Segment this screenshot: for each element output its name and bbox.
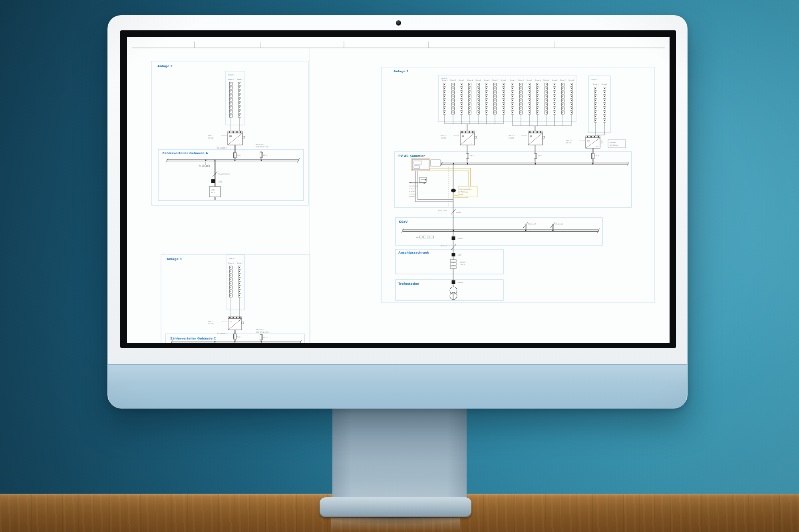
- terminal-pin: [533, 131, 534, 133]
- fern-legend-line: or orange: [409, 193, 417, 195]
- terminal-pin: [240, 131, 241, 133]
- pv-module-dot: [231, 107, 231, 108]
- pv-module-dot: [512, 96, 513, 97]
- pv-module-dot: [478, 92, 479, 93]
- ac-mark: ~: [596, 145, 598, 147]
- pv-module-dot: [461, 88, 462, 89]
- micro-label: NH 00: [460, 261, 465, 263]
- string-header: String 7: [492, 79, 498, 81]
- nh-legend-box: [427, 236, 430, 238]
- string-header: String 7: [560, 79, 566, 81]
- pv-module-dot: [495, 108, 495, 109]
- pv-module-dot: [521, 84, 521, 85]
- pv-module-dot: [604, 88, 605, 89]
- pv-module-dot: [537, 104, 538, 105]
- pv-module-dot: [512, 88, 513, 89]
- pv-module-dot: [546, 104, 547, 105]
- pv-module-dot: [239, 295, 240, 296]
- pv-module-dot: [554, 100, 555, 101]
- pv-module-dot: [521, 112, 521, 113]
- inverter-port: [475, 136, 477, 138]
- pv-module-dot: [239, 111, 240, 112]
- switch-symbol: [213, 171, 217, 177]
- pv-module-dot: [562, 100, 563, 101]
- pv-module-dot: [604, 96, 605, 97]
- micro-label: Abgang 2: [555, 223, 563, 225]
- micro-label: Kabel: [456, 211, 461, 213]
- pv-module-dot: [478, 96, 479, 97]
- pv-module-dot: [503, 108, 504, 109]
- inverter-label: 25 kW: [509, 137, 514, 139]
- pv-module-dot: [461, 92, 462, 93]
- pv-module-dot: [478, 84, 479, 85]
- screen-bezel: Anlage 2 Anlage 3 Anlage 1 Zählerverteil…: [120, 30, 676, 348]
- pv-module-dot: [239, 107, 240, 108]
- pv-module-dot: [512, 112, 513, 113]
- pv-module-dot: [495, 88, 495, 89]
- pv-module-dot: [486, 88, 487, 89]
- pv-module-dot: [595, 116, 596, 117]
- transformer-symbol: [450, 287, 457, 294]
- pv-module-dot: [444, 100, 445, 101]
- string-header: String 4: [535, 79, 541, 81]
- panel-c-title: Zählerverteiler Gebäude C: [170, 337, 216, 340]
- pv-module-dot: [239, 91, 240, 92]
- pv-module-dot: [571, 100, 572, 101]
- string-header: String 2: [237, 262, 242, 264]
- pv-module-dot: [537, 108, 538, 109]
- terminal-pin: [233, 131, 234, 133]
- pv-module-dot: [231, 283, 231, 284]
- pv-module-dot: [461, 100, 462, 101]
- string-header: String 4: [467, 79, 473, 81]
- meter-symbol: [211, 179, 215, 183]
- pv-module-dot: [231, 111, 231, 112]
- terminal-pin: [229, 317, 231, 318]
- meter-note-line: Summenzähler: [459, 188, 472, 190]
- pv-module-dot: [521, 88, 521, 89]
- connection-dot: [525, 230, 526, 231]
- pv-module-dot: [562, 112, 563, 113]
- string-header: String 2: [518, 79, 524, 81]
- switch-symbol: [523, 222, 528, 228]
- pv-module-dot: [453, 96, 453, 97]
- connection-dot: [467, 163, 468, 164]
- panel-box-zv-a: [158, 149, 304, 200]
- device-label: HAK: [211, 189, 215, 191]
- micro-label: Trenner: [441, 245, 447, 247]
- pv-module-dot: [503, 112, 504, 113]
- inverter-label: WR 1.1: [441, 135, 447, 137]
- pv-module-dot: [469, 92, 470, 93]
- pv-module-dot: [604, 120, 605, 121]
- pv-module-dot: [546, 108, 547, 109]
- inverter-label: WR 1: [208, 320, 213, 322]
- pv-module-dot: [231, 91, 231, 92]
- inverter-label: WR 1.2: [509, 135, 515, 137]
- pv-module-dot: [571, 88, 572, 89]
- pv-module-dot: [546, 96, 547, 97]
- nh-fuse-bar: [450, 266, 456, 268]
- fern-legend-line: sw schwarz: [409, 185, 418, 187]
- pv-module-dot: [537, 92, 538, 93]
- pv-module-dot: [469, 100, 470, 101]
- string-header: String 5: [543, 79, 549, 81]
- string-header: String 5: [475, 79, 481, 81]
- terminal-pin: [537, 131, 538, 133]
- pv-module-dot: [521, 92, 521, 93]
- pv-module-dot: [554, 108, 555, 109]
- plant-box-anlage1: [382, 67, 654, 303]
- connection-dot: [453, 163, 454, 164]
- pv-module-dot: [486, 96, 487, 97]
- control-wire: [418, 171, 453, 200]
- terminal-pin: [529, 131, 531, 133]
- micro-label: NA-Schutz: [256, 143, 264, 145]
- pv-module-dot: [562, 88, 563, 89]
- pv-module-dot: [239, 267, 240, 268]
- pv-module-dot: [444, 88, 445, 89]
- screen: Anlage 2 Anlage 3 Anlage 1 Zählerverteil…: [127, 37, 670, 343]
- pv-module-dot: [486, 100, 487, 101]
- pv-module-dot: [461, 104, 462, 105]
- string-header: String 2: [237, 79, 242, 80]
- pv-module-dot: [495, 112, 495, 113]
- pv-module-dot: [529, 88, 530, 89]
- pv-module-dot: [444, 108, 445, 109]
